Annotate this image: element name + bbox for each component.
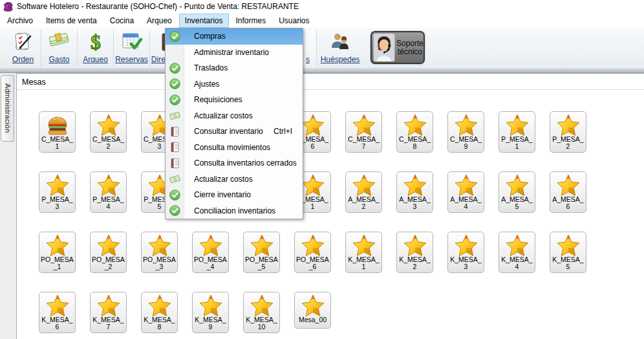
mesa-button[interactable]: K_MESA_7 [90, 292, 127, 333]
mesa-button[interactable]: K_MESA_10 [243, 292, 280, 333]
mesa-icon [97, 173, 120, 197]
menubar-item[interactable]: Usuarios [273, 14, 315, 28]
menubar-item[interactable]: Archivo [1, 14, 39, 28]
mesa-button[interactable]: PO_MESA_6 [294, 232, 331, 273]
toolbar-button-label: Reservas [115, 55, 148, 64]
menu-item-icon [169, 190, 180, 201]
dropdown-menu-item[interactable]: Requisiciones [166, 92, 303, 108]
menu-item-label: Traslados [194, 63, 228, 72]
mesa-button[interactable]: PO_MESA_4 [192, 232, 229, 273]
mesa-button[interactable]: A_MESA_2 [345, 171, 382, 213]
menubar-item[interactable]: Cocina [104, 14, 140, 28]
menu-item-label: Actualizar costos [194, 175, 253, 184]
menubar-item[interactable]: Informes [230, 14, 272, 28]
mesa-label: A_MESA_4 [449, 196, 483, 210]
mesa-label: K_MESA_10 [244, 316, 279, 331]
mesa-button[interactable]: PO_MESA_1 [39, 232, 76, 273]
mesa-label: K_MESA_9 [193, 316, 228, 331]
mesa-button[interactable]: K_MESA_3 [447, 232, 484, 273]
dropdown-menu-item[interactable]: Compras [166, 28, 303, 45]
dropdown-menu-item[interactable]: Actualizar costos [166, 108, 303, 124]
mesa-button[interactable]: C_MESA_2 [90, 111, 127, 153]
mesa-button[interactable]: A_MESA_3 [396, 171, 433, 213]
mesa-icon [301, 113, 325, 137]
toolbar-button[interactable]: Arqueo [78, 30, 114, 67]
sidebar-tab-label: Administración [4, 83, 12, 133]
menu-item-icon [169, 94, 180, 105]
mesa-icon [455, 234, 478, 257]
mesa-button[interactable]: PO_MESA_2 [90, 232, 127, 273]
mesa-button[interactable]: K_MESA_8 [141, 292, 178, 333]
support-agent-icon [373, 34, 395, 61]
dropdown-menu-item[interactable]: Ajustes [166, 76, 303, 93]
dropdown-menu-item[interactable]: Traslados [166, 60, 303, 76]
mesa-button[interactable]: K_MESA_1 [345, 232, 382, 273]
mesa-button[interactable]: C_MESA_1 [39, 111, 76, 153]
title-bar: Software Hotelero - Restaurante (SOHO-Ch… [0, 0, 644, 13]
mesa-label: Mesa_00 [299, 316, 327, 323]
mesa-icon [455, 113, 478, 137]
mesa-button[interactable]: K_MESA_2 [396, 232, 433, 273]
dropdown-menu-item[interactable]: Consulta movimientos [166, 140, 303, 156]
mesa-icon [352, 113, 376, 137]
mesa-icon [97, 113, 120, 137]
menu-item-label: Ajustes [194, 80, 219, 89]
mesa-label: C_MESA_9 [449, 136, 483, 150]
mesa-button[interactable]: P_MESA_3 [39, 171, 76, 213]
menubar-item[interactable]: Items de venta [40, 14, 103, 28]
mesa-label: K_MESA_5 [551, 256, 585, 270]
toolbar-button[interactable]: Gasto [41, 30, 78, 67]
mesa-button[interactable]: PO_MESA_5 [243, 232, 280, 273]
menu-item-label: Compras [194, 32, 226, 41]
mesa-label: C_MESA_2 [91, 136, 125, 150]
mesa-button[interactable]: P_MESA_2 [550, 111, 586, 153]
mesa-label: P_MESA_3 [40, 196, 74, 210]
mesa-button[interactable]: K_MESA_4 [499, 232, 535, 273]
mesa-icon [46, 173, 69, 197]
mesa-icon [148, 234, 171, 257]
menubar-item[interactable]: Inventarios [179, 14, 229, 28]
mesa-button[interactable]: A_MESA_5 [499, 171, 535, 213]
mesa-icon [46, 113, 69, 137]
guests-button[interactable]: Huéspedes [321, 30, 359, 67]
dropdown-menu-item[interactable]: Cierre inventario [166, 187, 303, 203]
menubar-item[interactable]: Arqueo [141, 14, 178, 28]
mesa-button[interactable]: A_MESA_4 [447, 171, 484, 213]
mesa-button[interactable]: P_MESA_1 [499, 111, 535, 153]
mesa-button[interactable]: K_MESA_6 [39, 292, 76, 333]
mesa-icon [506, 113, 529, 137]
mesa-icon [301, 173, 325, 197]
mesa-button[interactable]: K_MESA_5 [550, 232, 586, 273]
mesas-panel: Mesas C_MESA_1 C_MESA_2 [16, 73, 644, 339]
mesa-icon [97, 294, 120, 317]
mesa-icon [557, 113, 580, 137]
toolbar-button-icon [48, 30, 70, 53]
dropdown-menu-item[interactable]: Consulta inventarios cerrados [166, 155, 303, 171]
menubar-item-label: Archivo [7, 16, 33, 25]
support-button[interactable]: Soporte técnico [370, 31, 425, 64]
menu-item-icon [169, 78, 180, 89]
mesa-button[interactable]: Mesa_00 [294, 292, 331, 329]
mesa-icon [250, 234, 274, 257]
dropdown-menu-item[interactable]: Conciliacion inventarios [166, 203, 303, 219]
mesa-button[interactable]: C_MESA_8 [396, 111, 433, 153]
mesa-button[interactable]: C_MESA_7 [345, 111, 382, 153]
window-title: Software Hotelero - Restaurante (SOHO-Ch… [17, 2, 299, 11]
mesa-icon [352, 234, 376, 257]
mesa-button[interactable]: C_MESA_9 [447, 111, 484, 153]
menu-item-icon [169, 173, 180, 184]
mesa-button[interactable]: PO_MESA_3 [141, 232, 178, 273]
dropdown-menu-item[interactable]: Consultar inventario Ctrl+I [166, 124, 303, 140]
menu-item-icon [169, 110, 180, 121]
app-window: Software Hotelero - Restaurante (SOHO-Ch… [0, 0, 644, 339]
toolbar-button[interactable]: Reservas [114, 30, 150, 67]
toolbar-button[interactable]: Orden [5, 30, 41, 67]
sidebar-tab-administracion[interactable]: Administración [1, 75, 14, 142]
toolbar-buttons: Orden Gasto Arqueo Reservas [5, 30, 186, 67]
mesa-button[interactable]: P_MESA_4 [90, 171, 127, 213]
dropdown-menu-item[interactable]: Administrar inventario [166, 45, 303, 61]
dropdown-menu-item[interactable]: Actualizar costos [166, 171, 303, 188]
mesa-button[interactable]: K_MESA_9 [192, 292, 229, 333]
menu-item-label: Actualizar costos [194, 111, 253, 120]
mesa-button[interactable]: A_MESA_6 [550, 171, 586, 213]
